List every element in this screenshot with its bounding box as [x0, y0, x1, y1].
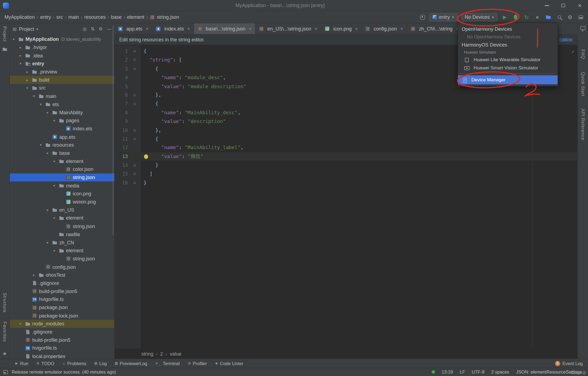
tree-item[interactable]: package-lock.json — [10, 312, 114, 320]
device-menu-item[interactable]: HarmonyOS Devices — [458, 41, 558, 49]
fold-gutter-icon[interactable] — [131, 126, 139, 134]
fold-gutter-icon[interactable] — [131, 169, 139, 178]
notification-action-link[interactable]: cation — [559, 37, 572, 42]
fold-gutter-icon[interactable] — [131, 143, 139, 152]
twisty-icon[interactable] — [47, 110, 52, 115]
tree-item[interactable]: string.json — [10, 222, 114, 230]
line-number[interactable]: 8 — [114, 108, 128, 117]
twisty-icon[interactable] — [20, 45, 25, 50]
api-reference-strip-label[interactable]: API Reference — [580, 109, 586, 140]
tree-item[interactable]: hvigorfile.ts — [10, 295, 114, 304]
stop-button[interactable]: ■ — [534, 14, 541, 20]
line-number[interactable]: 14 — [114, 161, 128, 169]
tool-window-button[interactable]: ◈ Code Linter — [211, 361, 247, 366]
previewer-icon[interactable] — [580, 26, 585, 30]
tree-item[interactable]: ets — [10, 100, 114, 108]
tree-item[interactable]: rawfile — [10, 230, 114, 239]
twisty-icon[interactable] — [47, 151, 52, 155]
twisty-icon[interactable] — [20, 61, 25, 66]
tree-item[interactable]: config.json — [10, 263, 114, 271]
breadcrumb-item[interactable]: resources › — [84, 14, 111, 20]
fold-gutter-icon[interactable] — [131, 56, 139, 64]
quick-start-strip-label[interactable]: Quick Start — [580, 72, 586, 96]
twisty-icon[interactable] — [26, 70, 32, 74]
fold-gutter-icon[interactable] — [131, 91, 139, 99]
line-number[interactable]: 2 — [114, 56, 128, 64]
tree-item[interactable]: ohosTest — [10, 271, 114, 279]
breadcrumb-item[interactable]: base › — [111, 14, 127, 20]
twisty-icon[interactable] — [53, 184, 59, 188]
twisty-icon[interactable] — [53, 119, 59, 123]
structure-strip-label[interactable]: Structure — [2, 293, 7, 313]
tree-item[interactable]: base — [10, 149, 114, 157]
tool-window-button[interactable]: ▶ Run — [11, 361, 32, 366]
close-icon[interactable]: × — [249, 26, 252, 32]
line-ending-indicator[interactable]: LF — [460, 369, 465, 375]
editor-tab[interactable]: zh_CN\...\string × — [407, 23, 463, 34]
breadcrumb-item[interactable]: 2 › — [160, 351, 170, 357]
breadcrumb-item[interactable]: main › — [68, 14, 84, 20]
editor-tab[interactable]: en_US\...\string.json × — [255, 23, 321, 34]
inspections-ok-icon[interactable]: ✓ — [572, 49, 575, 54]
tree-item[interactable]: index.ets — [10, 125, 114, 133]
breadcrumb-item[interactable]: entry › — [40, 14, 57, 20]
tree-item[interactable]: src — [10, 84, 114, 92]
line-number[interactable]: 1 — [114, 47, 128, 56]
tree-item[interactable]: app.ets — [10, 133, 114, 141]
tree-item[interactable]: build-profile.json5 — [10, 287, 114, 295]
tree-item[interactable]: hvigorfile.ts — [10, 344, 114, 352]
tree-item[interactable]: main — [10, 92, 114, 100]
tree-item[interactable]: zh_CN — [10, 238, 114, 246]
breadcrumb-item[interactable]: string › — [141, 351, 160, 357]
tree-item[interactable]: pages — [10, 116, 114, 125]
indent-indicator[interactable]: 2 spaces — [491, 369, 509, 375]
tree-item[interactable]: package.json — [10, 303, 114, 312]
device-selector[interactable]: No Devices ▾ — [461, 13, 497, 21]
fold-gutter-icon[interactable] — [131, 117, 139, 126]
tree-item[interactable]: build-profile.json5 — [10, 336, 114, 344]
twisty-icon[interactable] — [26, 86, 32, 90]
tree-item[interactable]: MyApplication D:\deveo_studio\My — [10, 35, 114, 43]
tree-item[interactable]: element — [10, 157, 114, 165]
maximize-icon[interactable] — [555, 0, 572, 11]
breadcrumb-item[interactable]: value › — [170, 351, 182, 357]
hide-panel-icon[interactable]: — — [107, 26, 112, 31]
device-menu-item[interactable]: OpenHarmony Devices — [458, 25, 558, 33]
close-icon[interactable]: × — [187, 26, 190, 32]
editor-tab[interactable]: config.json × — [362, 23, 407, 34]
device-menu-item[interactable] — [458, 73, 557, 74]
tool-window-button[interactable]: ◔ Profiler — [184, 361, 211, 366]
twisty-icon[interactable] — [20, 322, 25, 326]
status-message[interactable]: Release remote emulator success. (40 min… — [12, 369, 116, 375]
faq-strip-label[interactable]: FAQ — [580, 50, 586, 59]
breadcrumb-item[interactable]: src › — [56, 14, 68, 20]
fold-gutter-icon[interactable] — [131, 47, 139, 56]
twisty-icon[interactable] — [53, 216, 59, 220]
close-icon[interactable]: × — [315, 26, 317, 32]
twisty-icon[interactable] — [53, 159, 59, 163]
minimize-icon[interactable] — [538, 0, 555, 11]
tree-item[interactable]: local.properties — [10, 352, 114, 359]
tree-item[interactable]: en_US — [10, 206, 114, 214]
twisty-icon[interactable] — [26, 78, 32, 82]
tree-item[interactable]: node_modules — [10, 320, 114, 328]
fold-gutter-icon[interactable] — [131, 82, 139, 91]
chevron-down-icon[interactable]: ▾ — [36, 27, 38, 31]
breadcrumb-item[interactable]: element › — [127, 14, 150, 20]
twisty-icon[interactable] — [40, 143, 45, 147]
search-everywhere-button[interactable] — [556, 14, 563, 20]
fold-gutter-icon[interactable] — [131, 64, 139, 73]
twisty-icon[interactable] — [33, 94, 39, 98]
tree-item[interactable]: entry — [10, 60, 114, 68]
line-number[interactable]: 4 — [114, 73, 128, 82]
twisty-icon[interactable] — [47, 208, 52, 212]
tool-window-button[interactable]: ≡ TODO — [32, 361, 58, 366]
encoding-indicator[interactable]: UTF-8 — [472, 369, 485, 375]
line-number[interactable]: 9 — [114, 117, 128, 126]
device-menu-item[interactable]: Device Manager — [458, 75, 558, 84]
editor-tab[interactable]: index.ets × — [152, 23, 194, 34]
tool-windows-toggle-icon[interactable] — [3, 370, 8, 374]
device-menu-item[interactable]: Huawei Smart Vision Simulator — [458, 64, 558, 72]
code-editor[interactable]: 1 { 2 "string": [ 3 — [114, 46, 577, 359]
device-menu-item[interactable]: Huawei Simulator — [458, 49, 558, 56]
